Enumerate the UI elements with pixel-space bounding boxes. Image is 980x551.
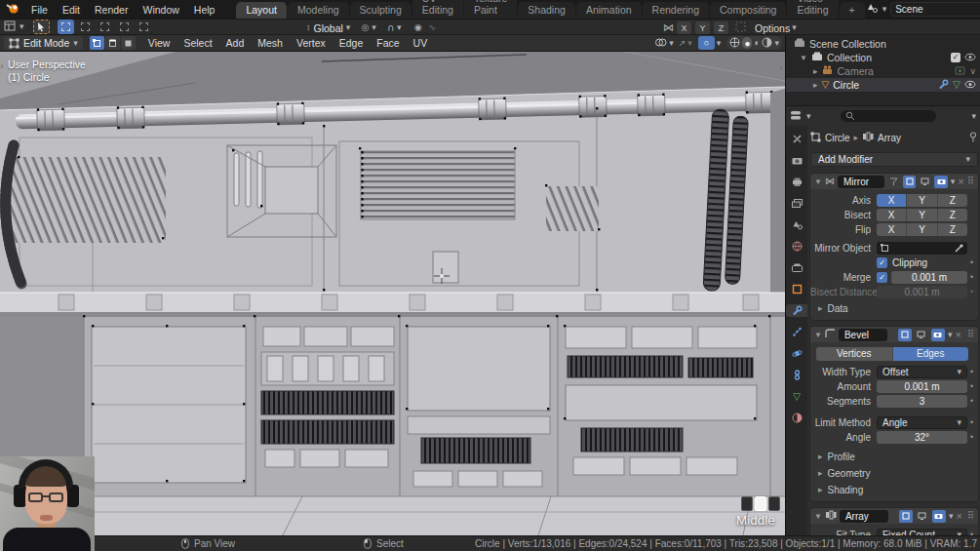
- array-name-field[interactable]: Array: [840, 510, 888, 523]
- scene-browse-chevron-icon[interactable]: [882, 5, 887, 14]
- shading-chevron-icon[interactable]: [774, 39, 779, 48]
- tab-modifiers-icon[interactable]: [786, 304, 807, 317]
- bevel-edges-button[interactable]: Edges: [893, 347, 969, 361]
- menu-file[interactable]: File: [24, 3, 55, 17]
- extras-chevron-icon[interactable]: [951, 177, 956, 186]
- select-mode-new-button[interactable]: [58, 20, 74, 34]
- drag-handle-icon[interactable]: [967, 511, 974, 521]
- scene-selector[interactable]: Scene: [890, 2, 980, 17]
- tab-constraints-icon[interactable]: [787, 369, 806, 381]
- tab-rendering[interactable]: Rendering: [643, 2, 709, 19]
- tab-video-editing[interactable]: Video Editing: [787, 0, 838, 19]
- snap-magnet-icon[interactable]: [387, 23, 394, 33]
- pivot-point-icon[interactable]: [361, 23, 369, 32]
- bevel-vertices-button[interactable]: Vertices: [816, 347, 893, 361]
- mirror-name-field[interactable]: Mirror: [838, 176, 884, 188]
- bisect-z-button[interactable]: Z: [938, 209, 967, 221]
- outliner-row-scene-collection[interactable]: Scene Collection: [786, 37, 980, 51]
- merge-checkbox[interactable]: [877, 272, 887, 283]
- menu-mesh[interactable]: Mesh: [252, 36, 289, 50]
- gizmo-chevron-icon[interactable]: [687, 39, 692, 48]
- toolbar-expand-icon[interactable]: ›: [0, 59, 4, 71]
- menu-add[interactable]: Add: [220, 36, 251, 50]
- tab-render-icon[interactable]: [787, 154, 806, 167]
- symmetry-x-button[interactable]: X: [677, 21, 691, 34]
- viewport-3d[interactable]: User Perspective (1) Circle ‹ › Middle: [0, 52, 785, 535]
- snap-grid-icon[interactable]: [735, 21, 746, 34]
- fit-type-dropdown[interactable]: Fixed Count: [877, 529, 967, 535]
- shading-subpanel-header[interactable]: Shading: [810, 483, 978, 496]
- tab-tool-icon[interactable]: [787, 133, 806, 145]
- properties-search-input[interactable]: [841, 110, 936, 122]
- add-modifier-button[interactable]: Add Modifier: [810, 152, 978, 167]
- width-type-dropdown[interactable]: Offset: [877, 366, 967, 378]
- render-toggle[interactable]: [931, 329, 945, 341]
- overlays-chevron-icon[interactable]: [669, 39, 674, 48]
- collapse-icon[interactable]: [813, 81, 818, 90]
- shading-rendered-icon[interactable]: [762, 37, 772, 50]
- active-tool-tweak-button[interactable]: [33, 20, 50, 34]
- shading-wireframe-icon[interactable]: [729, 37, 740, 50]
- panel-expand-icon[interactable]: [814, 331, 822, 339]
- menu-window[interactable]: Window: [136, 3, 185, 17]
- collection-checkbox[interactable]: [951, 53, 960, 62]
- tab-physics-icon[interactable]: [787, 347, 806, 360]
- xray-chevron-icon[interactable]: [717, 39, 722, 48]
- array-panel-header[interactable]: Array: [810, 508, 978, 524]
- proportional-falloff-icon[interactable]: [429, 23, 437, 32]
- select-mode-subtract-button[interactable]: [97, 20, 113, 34]
- flip-x-button[interactable]: X: [877, 223, 907, 236]
- on-cage-toggle[interactable]: [887, 176, 900, 188]
- outliner-row-collection[interactable]: Collection: [786, 51, 980, 64]
- bisect-x-button[interactable]: X: [877, 209, 907, 221]
- tab-animation[interactable]: Animation: [576, 2, 642, 19]
- properties-editor-chevron-icon[interactable]: [806, 112, 811, 121]
- realtime-toggle[interactable]: [919, 176, 931, 188]
- bevel-name-field[interactable]: Bevel: [839, 329, 887, 341]
- bisect-y-button[interactable]: Y: [907, 209, 937, 221]
- delete-modifier-icon[interactable]: [956, 511, 961, 522]
- tab-object-icon[interactable]: [787, 283, 806, 295]
- mode-selector[interactable]: Edit Mode: [4, 36, 83, 50]
- menu-render[interactable]: Render: [88, 3, 135, 17]
- geometry-subpanel-header[interactable]: Geometry: [810, 466, 978, 480]
- tab-shading[interactable]: Shading: [518, 2, 575, 19]
- flip-z-button[interactable]: Z: [938, 223, 967, 236]
- show-overlays-icon[interactable]: [654, 37, 667, 50]
- mirror-axis-z-button[interactable]: Z: [938, 194, 967, 207]
- merge-value-field[interactable]: 0.001 m: [891, 271, 967, 284]
- flip-y-button[interactable]: Y: [907, 223, 937, 236]
- menu-uv[interactable]: UV: [408, 36, 434, 50]
- mirror-axis-x-button[interactable]: X: [877, 194, 907, 207]
- segments-field[interactable]: 3: [877, 395, 967, 408]
- tab-uv-editing[interactable]: UV Editing: [412, 0, 463, 19]
- mirror-panel-header[interactable]: Mirror: [810, 174, 978, 189]
- outliner-row-camera[interactable]: Camera: [786, 64, 980, 78]
- edit-mode-toggle[interactable]: [898, 329, 912, 341]
- properties-editor-icon[interactable]: [790, 110, 803, 123]
- tab-material-icon[interactable]: [787, 412, 806, 424]
- show-gizmo-icon[interactable]: [679, 39, 686, 48]
- orientation-chevron-icon[interactable]: [346, 23, 351, 32]
- tab-world-icon[interactable]: [787, 240, 806, 253]
- transform-orientation-dropdown[interactable]: Global: [314, 22, 343, 34]
- symmetry-z-button[interactable]: Z: [714, 21, 728, 34]
- properties-options-chevron-icon[interactable]: [971, 112, 976, 121]
- menu-view[interactable]: View: [142, 36, 176, 50]
- menu-select[interactable]: Select: [177, 36, 217, 50]
- mirror-object-field[interactable]: [877, 242, 967, 255]
- amount-field[interactable]: 0.001 m: [877, 380, 967, 393]
- data-subpanel-header[interactable]: Data: [810, 301, 978, 315]
- menu-vertex[interactable]: Vertex: [291, 36, 332, 50]
- pivot-chevron-icon[interactable]: [372, 23, 376, 32]
- eye-closed-icon[interactable]: [969, 67, 976, 76]
- snap-chevron-icon[interactable]: [397, 23, 402, 32]
- tab-modeling[interactable]: Modeling: [288, 2, 349, 19]
- edge-select-button[interactable]: [105, 36, 120, 50]
- panel-expand-icon[interactable]: [814, 512, 822, 521]
- tab-texture-paint[interactable]: Texture Paint: [464, 0, 517, 19]
- clipping-checkbox[interactable]: [877, 257, 887, 268]
- tab-scene-icon[interactable]: [787, 218, 806, 231]
- blender-logo-icon[interactable]: [6, 2, 20, 17]
- tab-compositing[interactable]: Compositing: [710, 2, 786, 19]
